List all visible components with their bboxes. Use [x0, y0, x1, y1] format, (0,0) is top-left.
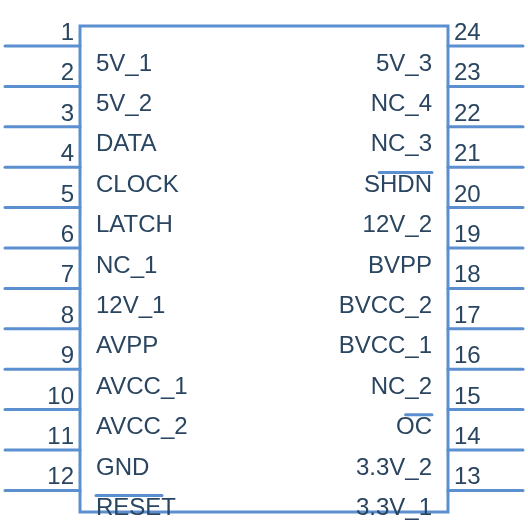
pin-number: 11 [47, 422, 74, 449]
pin-label: 5V_2 [96, 89, 152, 116]
pin-number: 22 [454, 99, 481, 126]
pin-label: CLOCK [96, 170, 179, 197]
pin-label: NC_2 [371, 372, 432, 399]
pin-label: NC_1 [96, 251, 157, 278]
pin-number: 3 [61, 99, 74, 126]
pin-number: 16 [454, 341, 481, 368]
pin-number: 15 [454, 382, 481, 409]
pin-label: 5V_3 [376, 49, 432, 76]
pin-number: 2 [61, 58, 74, 85]
pin-label: 3.3V_2 [356, 453, 432, 480]
pin-number: 23 [454, 58, 481, 85]
pin-number: 14 [454, 422, 481, 449]
pin-label: DATA [96, 129, 156, 156]
pin-label: BVPP [368, 251, 432, 278]
pin-label: 12V_2 [363, 210, 432, 237]
pin-number: 7 [61, 260, 74, 287]
pin-number: 21 [454, 139, 481, 166]
pin-number: 12 [47, 462, 74, 489]
pin-label: AVPP [96, 331, 158, 358]
pin-label: AVCC_2 [96, 412, 188, 439]
pin-label: LATCH [96, 210, 173, 237]
pin-number: 20 [454, 180, 481, 207]
pin-label: AVCC_1 [96, 372, 188, 399]
pin-label: 12V_1 [96, 291, 165, 318]
pin-label: GND [96, 453, 149, 480]
pin-label: NC_3 [371, 129, 432, 156]
pin-label: NC_4 [371, 89, 432, 116]
pin-number: 19 [454, 220, 481, 247]
pin-label: BVCC_1 [339, 331, 432, 358]
pin-number: 4 [61, 139, 74, 166]
pin-number: 10 [47, 382, 74, 409]
pin-number: 6 [61, 220, 74, 247]
pin-number: 17 [454, 301, 481, 328]
pin-number: 18 [454, 260, 481, 287]
pin-number: 8 [61, 301, 74, 328]
pin-number: 9 [61, 341, 74, 368]
pin-label: BVCC_2 [339, 291, 432, 318]
pin-label: 3.3V_1 [356, 493, 432, 520]
pin-number: 13 [454, 462, 481, 489]
pin-label: 5V_1 [96, 49, 152, 76]
pin-number: 24 [454, 18, 481, 45]
pin-number: 1 [61, 18, 74, 45]
pin-number: 5 [61, 180, 74, 207]
